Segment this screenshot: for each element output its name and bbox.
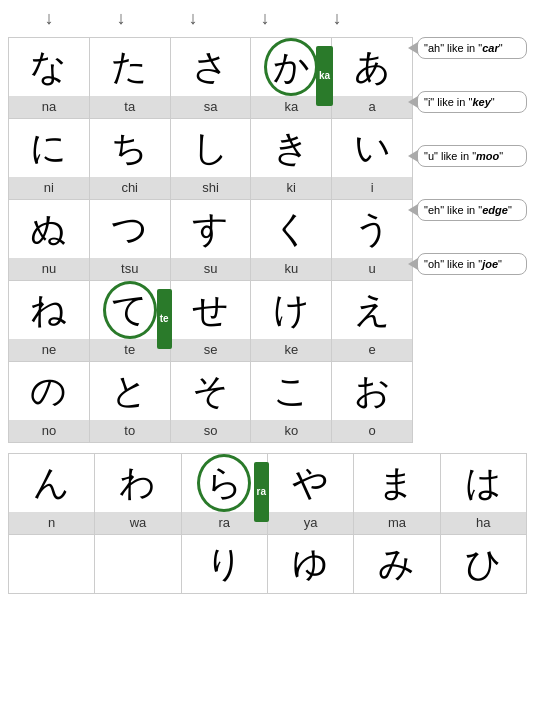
char-cell-chi: ち chi (89, 119, 170, 200)
char-cell-ka: か ka ka (251, 38, 332, 119)
table-row: に ni ち chi し shi き ki (9, 119, 413, 200)
char-cell-ra: ら ra ra (181, 454, 267, 535)
callout-eh: "eh" like in "edge" (417, 199, 527, 221)
char-cell-nu: ぬ nu (9, 200, 90, 281)
char-cell-mi: み (354, 535, 440, 594)
callout-i: "i" like in "key" (417, 91, 527, 113)
table-row: ん n わ wa ら ra ra や ya (9, 454, 527, 535)
char-cell-so: そ so (170, 362, 251, 443)
char-cell-ta: た ta (89, 38, 170, 119)
table-row: ぬ nu つ tsu す su く ku (9, 200, 413, 281)
char-cell-u: う u (332, 200, 413, 281)
char-cell-o: お o (332, 362, 413, 443)
te-badge: te (157, 289, 172, 349)
char-cell-ya: や ya (267, 454, 353, 535)
char-cell-ki: き ki (251, 119, 332, 200)
char-cell-to: と to (89, 362, 170, 443)
char-cell-te: て te te (89, 281, 170, 362)
char-cell-se: せ se (170, 281, 251, 362)
char-cell-a: あ a (332, 38, 413, 119)
char-cell-ko: こ ko (251, 362, 332, 443)
char-cell-i: い i (332, 119, 413, 200)
top-section: な na た ta さ sa か ka (8, 37, 527, 443)
arrow-4: ↓ (229, 8, 301, 29)
char-cell-n: ん n (9, 454, 95, 535)
char-cell-no: の no (9, 362, 90, 443)
char-cell-e: え e (332, 281, 413, 362)
top-arrows: ↓ ↓ ↓ ↓ ↓ (8, 8, 527, 29)
main-grid: な na た ta さ sa か ka (8, 37, 413, 443)
bottom-table: ん n わ wa ら ra ra や ya (8, 453, 527, 594)
char-cell-tsu: つ tsu (89, 200, 170, 281)
main-container: ↓ ↓ ↓ ↓ ↓ な na た ta さ (0, 0, 535, 602)
char-cell-empty1 (9, 535, 95, 594)
callout-u: "u" like in "moo" (417, 145, 527, 167)
arrow-5: ↓ (301, 8, 373, 29)
ra-badge: ra (254, 462, 269, 522)
char-cell-sa: さ sa (170, 38, 251, 119)
char-cell-shi: し shi (170, 119, 251, 200)
char-cell-yu: ゆ (267, 535, 353, 594)
arrow-2: ↓ (85, 8, 157, 29)
char-cell-ma: ま ma (354, 454, 440, 535)
main-table: な na た ta さ sa か ka (8, 37, 413, 443)
bottom-section: ん n わ wa ら ra ra や ya (8, 453, 527, 594)
callout-oh: "oh" like in "joe" (417, 253, 527, 275)
table-row: の no と to そ so こ ko (9, 362, 413, 443)
char-cell-ni: に ni (9, 119, 90, 200)
char-cell-ri: り (181, 535, 267, 594)
char-cell-su: す su (170, 200, 251, 281)
char-cell-ne: ね ne (9, 281, 90, 362)
char-cell-na: な na (9, 38, 90, 119)
char-cell-ke: け ke (251, 281, 332, 362)
table-row: な na た ta さ sa か ka (9, 38, 413, 119)
table-row: ね ne て te te せ se け (9, 281, 413, 362)
callout-ah: "ah" like in "car" (417, 37, 527, 59)
char-cell-ku: く ku (251, 200, 332, 281)
char-cell-empty2 (95, 535, 181, 594)
arrow-3: ↓ (157, 8, 229, 29)
char-cell-ha: は ha (440, 454, 526, 535)
table-row: り ゆ み ひ (9, 535, 527, 594)
char-cell-wa: わ wa (95, 454, 181, 535)
callouts-area: "ah" like in "car" "i" like in "key" "u"… (417, 37, 527, 275)
arrow-1: ↓ (13, 8, 85, 29)
ka-badge: ka (316, 46, 333, 106)
char-cell-hi: ひ (440, 535, 526, 594)
